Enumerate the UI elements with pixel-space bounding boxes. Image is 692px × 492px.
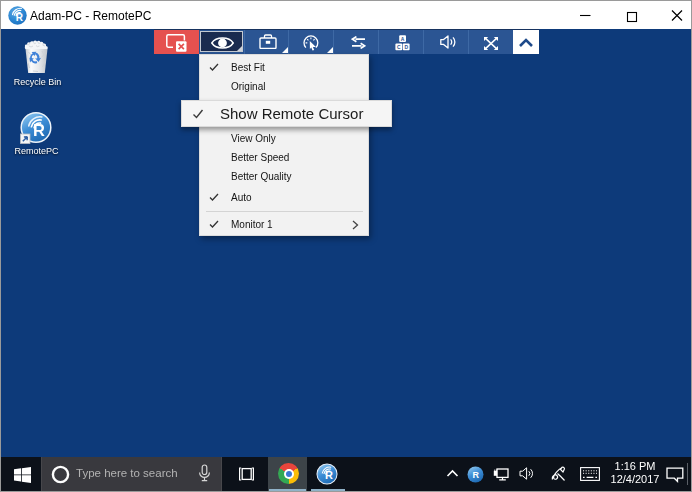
svg-text:A: A	[401, 36, 405, 42]
svg-text:C: C	[397, 44, 401, 50]
svg-text:D: D	[404, 44, 408, 50]
svg-text:R: R	[473, 470, 480, 480]
